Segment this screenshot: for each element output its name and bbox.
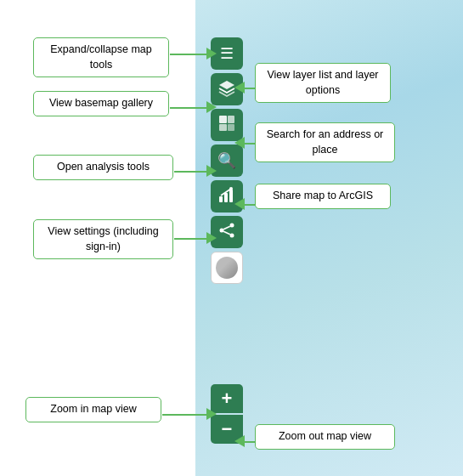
arrow-head-zoom-in [206,408,217,420]
arrow-head-search [234,137,245,149]
svg-line-12 [223,226,230,230]
callout-zoom-in: Zoom in map view [25,397,161,422]
svg-point-10 [220,228,224,232]
arrow-line-user [174,238,211,240]
callout-search-text: Search for an address or place [267,128,384,156]
svg-rect-7 [229,190,233,202]
main-toolbar: ☰ 🔍 [211,37,243,284]
callout-user: View settings (including sign-in) [33,219,173,259]
arrow-line-search [245,143,255,144]
svg-point-11 [230,233,234,237]
callout-menu: Expand/collapse map tools [33,37,169,77]
arrow-head-basemap [206,101,217,113]
callout-zoom-out: Zoom out map view [255,424,395,450]
arrow-line-menu [170,54,211,55]
svg-rect-1 [219,116,227,123]
arrow-line-zoom-in [162,414,211,416]
svg-point-8 [229,187,233,190]
callout-zoom-out-text: Zoom out map view [279,430,371,442]
callout-share-text: Share map to ArcGIS [273,190,373,201]
menu-icon: ☰ [220,44,234,63]
user-button[interactable] [211,252,243,284]
arrow-head-menu [206,48,217,60]
search-icon: 🔍 [217,151,236,170]
svg-rect-3 [219,124,227,131]
svg-line-13 [223,231,230,235]
arrow-line-layers [245,88,255,89]
callout-analysis: Open analysis tools [33,155,173,180]
zoom-out-icon: − [222,418,233,440]
analysis-icon [217,185,236,208]
svg-rect-4 [228,124,234,131]
share-icon [217,221,236,244]
svg-rect-6 [224,193,228,202]
svg-point-9 [230,223,234,227]
callout-share: Share map to ArcGIS [255,184,391,209]
arrow-head-layers [234,82,245,94]
avatar-icon [216,257,238,279]
callout-basemap: View basemap gallery [33,91,169,116]
arrow-line-analysis [174,171,211,173]
arrow-head-share [234,198,245,210]
basemap-icon [217,114,236,137]
arrow-head-analysis [206,165,217,177]
svg-rect-5 [219,196,223,202]
layers-icon [217,78,236,101]
callout-zoom-in-text: Zoom in map view [50,403,136,415]
zoom-in-icon: + [222,388,233,410]
svg-rect-2 [228,116,234,123]
arrow-line-basemap [170,107,211,109]
callout-layers: View layer list and layer options [255,63,391,103]
callout-layers-text: View layer list and layer options [267,69,378,96]
callout-user-text: View settings (including sign-in) [48,225,158,252]
arrow-line-zoom-out [245,441,255,443]
callout-basemap-text: View basemap gallery [49,97,153,109]
svg-marker-0 [219,81,234,89]
callout-analysis-text: Open analysis tools [57,161,150,173]
arrow-head-zoom-out [234,435,245,447]
arrow-head-user [206,232,217,244]
arrow-line-share [245,204,255,206]
callout-search: Search for an address or place [255,122,395,162]
callout-menu-text: Expand/collapse map tools [50,43,152,71]
